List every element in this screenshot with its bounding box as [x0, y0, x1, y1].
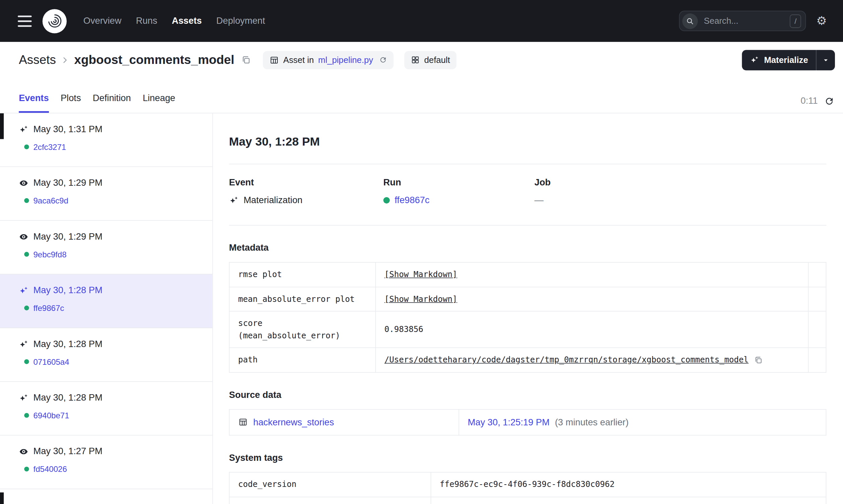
- metadata-key: path: [229, 348, 375, 372]
- run-id-link[interactable]: fd540026: [33, 465, 67, 473]
- event-list-item[interactable]: May 30, 1:29 PM 9aca6c9d: [0, 167, 212, 220]
- metadata-key: score (mean_absolute_error): [229, 311, 375, 348]
- materialize-dropdown-button[interactable]: [816, 50, 835, 70]
- tab-plots[interactable]: Plots: [61, 93, 81, 113]
- pipeline-file-link[interactable]: ml_pipeline.py: [318, 55, 373, 65]
- nav-item-assets[interactable]: Assets: [172, 16, 202, 26]
- event-list-item[interactable]: May 30, 1:29 PM 9ebc9fd8: [0, 220, 212, 274]
- group-grid-icon: [411, 55, 420, 64]
- event-detail-panel: May 30, 1:28 PM Event Materialization Ru…: [213, 113, 843, 504]
- run-status-dot: [24, 145, 29, 149]
- source-data-table: hackernews_stories May 30, 1:25:19 PM (3…: [229, 409, 827, 435]
- system-tag-row: code_version ffe9867c-ec9c-4f06-939c-f8d…: [229, 472, 826, 497]
- run-id-link[interactable]: ffe9867c: [395, 195, 430, 205]
- search-input[interactable]: [703, 16, 790, 26]
- divider: [229, 225, 827, 226]
- source-time-note: (3 minutes earlier): [555, 415, 629, 429]
- observation-icon: [19, 447, 29, 456]
- copy-path-button[interactable]: [754, 355, 763, 364]
- chevron-down-icon: [822, 56, 830, 64]
- observation-icon: [19, 178, 29, 188]
- event-list-item[interactable]: May 30, 1:27 PM fd540026: [0, 435, 212, 489]
- dagster-logo[interactable]: [42, 9, 67, 33]
- asset-table-icon: [238, 417, 248, 427]
- materialize-split-button: Materialize: [742, 50, 835, 70]
- event-list-item[interactable]: May 30, 1:28 PM 071605a4: [0, 328, 212, 381]
- event-timestamp: May 30, 1:31 PM: [33, 124, 102, 135]
- tabs: Events Plots Definition Lineage: [19, 93, 175, 113]
- settings-gear-icon[interactable]: ⚙: [816, 15, 827, 27]
- run-id-link[interactable]: 9ebc9fd8: [33, 250, 66, 259]
- metadata-value[interactable]: [Show Markdown]: [384, 293, 457, 305]
- event-list-item[interactable]: May 30, 1:28 PM 6940be71: [0, 382, 212, 435]
- tab-events[interactable]: Events: [19, 93, 49, 113]
- auto-refresh-controls: 0:11: [801, 96, 835, 113]
- materialize-button[interactable]: Materialize: [742, 50, 816, 70]
- metadata-action-cell: [808, 311, 826, 348]
- metadata-value[interactable]: [Show Markdown]: [384, 268, 457, 281]
- menu-button[interactable]: [18, 15, 32, 27]
- refresh-countdown: 0:11: [801, 96, 818, 106]
- metadata-table-body: rmse plot [Show Markdown] mean_absolute_…: [229, 263, 826, 372]
- event-timestamp: May 30, 1:28 PM: [33, 339, 102, 349]
- metadata-key: mean_absolute_error plot: [229, 287, 375, 311]
- content-area: May 30, 1:31 PM 2cfc3271 May 30, 1:29 PM…: [0, 113, 843, 504]
- nav-item-runs[interactable]: Runs: [136, 16, 157, 26]
- chevron-right-icon: [60, 55, 70, 65]
- asset-header: Assets xgboost_comments_model Asset in m…: [0, 42, 843, 78]
- event-summary-columns: Event Materialization Run ffe9867c: [229, 177, 827, 206]
- metadata-key: rmse plot: [229, 263, 375, 287]
- materialization-icon: [19, 339, 29, 349]
- search-shortcut-hint: /: [790, 14, 802, 28]
- metadata-table: rmse plot [Show Markdown] mean_absolute_…: [229, 262, 827, 373]
- run-id-link[interactable]: 6940be71: [33, 411, 69, 420]
- tags-table-body: code_version ffe9867c-ec9c-4f06-939c-f8d…: [229, 472, 826, 497]
- event-list-item[interactable]: May 30, 1:31 PM 2cfc3271: [0, 113, 212, 167]
- group-badge-label: default: [424, 55, 450, 65]
- metadata-row: score (mean_absolute_error) 0.983856: [229, 311, 826, 348]
- materialization-icon: [19, 286, 29, 295]
- nav-item-overview[interactable]: Overview: [83, 16, 122, 26]
- event-timestamp: May 30, 1:28 PM: [33, 393, 102, 403]
- event-detail-title: May 30, 1:28 PM: [229, 135, 827, 149]
- event-type-value: Materialization: [244, 195, 303, 205]
- top-navbar: Overview Runs Assets Deployment / ⚙: [0, 0, 843, 42]
- event-list: May 30, 1:31 PM 2cfc3271 May 30, 1:29 PM…: [0, 113, 213, 504]
- run-status-dot: [24, 467, 29, 471]
- metadata-value[interactable]: /Users/odetteharary/code/dagster/tmp_0mz…: [384, 354, 749, 366]
- nav-item-deployment[interactable]: Deployment: [217, 16, 265, 26]
- run-id-link[interactable]: 2cfc3271: [33, 142, 66, 151]
- refresh-button[interactable]: [824, 96, 834, 106]
- tab-definition[interactable]: Definition: [93, 93, 131, 113]
- event-list-scrollbar-thumb[interactable]: [0, 113, 4, 139]
- run-status-dot: [24, 198, 29, 203]
- tag-key: code_version: [229, 472, 431, 497]
- asset-table-icon: [269, 55, 279, 65]
- run-id-link[interactable]: 071605a4: [33, 357, 69, 366]
- job-column-label: Job: [534, 177, 826, 188]
- materialization-icon: [19, 125, 29, 134]
- run-status-dot: [24, 359, 29, 364]
- source-asset-link[interactable]: hackernews_stories: [253, 415, 334, 429]
- event-timestamp: May 30, 1:29 PM: [33, 232, 102, 242]
- search-icon: [683, 13, 698, 29]
- run-id-link[interactable]: 9aca6c9d: [33, 196, 68, 205]
- run-id-link[interactable]: ffe9867c: [33, 304, 64, 312]
- tab-lineage[interactable]: Lineage: [143, 93, 175, 113]
- copy-asset-name-button[interactable]: [241, 55, 251, 65]
- breadcrumb-assets-link[interactable]: Assets: [19, 53, 56, 67]
- asset-location-badge: Asset in ml_pipeline.py: [263, 51, 393, 69]
- event-list-scrollbar-thumb[interactable]: [0, 492, 4, 504]
- metadata-value: 0.983856: [384, 323, 423, 335]
- divider: [229, 164, 827, 164]
- source-time-link[interactable]: May 30, 1:25:19 PM: [468, 415, 550, 429]
- event-timestamp: May 30, 1:29 PM: [33, 178, 102, 188]
- tag-value: ffe9867c-ec9c-4f06-939c-f8dc830c0962: [431, 472, 826, 497]
- app-window: Overview Runs Assets Deployment / ⚙ Asse…: [0, 0, 843, 504]
- search-box[interactable]: /: [679, 11, 806, 31]
- event-list-item[interactable]: May 30, 1:28 PM ffe9867c: [0, 274, 212, 328]
- group-badge[interactable]: default: [405, 51, 457, 69]
- reload-definitions-button[interactable]: [379, 56, 387, 64]
- system-tags-heading: System tags: [229, 453, 827, 464]
- materialization-icon: [229, 195, 239, 205]
